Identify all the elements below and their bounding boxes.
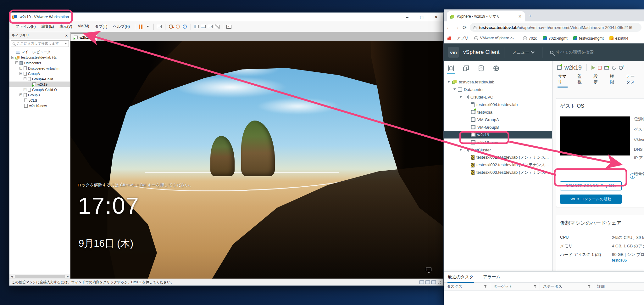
menu-t[interactable]: タブ(T) [92, 24, 110, 29]
vm-tab-close-icon[interactable]: ✕ [92, 35, 95, 39]
inventory-item-testcluster[interactable]: TestCluster [444, 146, 552, 154]
virtual-console-icon[interactable]: >_ [225, 24, 232, 30]
chevron-expanded-icon[interactable] [459, 149, 462, 151]
filter-icon[interactable] [534, 285, 536, 288]
vms-and-templates-icon[interactable] [463, 65, 469, 72]
apps-grid-icon[interactable] [447, 37, 451, 40]
expander-icon[interactable]: − [19, 72, 22, 75]
back-icon[interactable]: ← [446, 25, 451, 30]
vm-tab-w2k19[interactable]: w2k19 ✕ [71, 33, 98, 41]
revert-snapshot-icon[interactable] [175, 24, 181, 30]
hdd-device-icon[interactable] [419, 280, 424, 284]
menu-e[interactable]: 編集(E) [38, 24, 57, 29]
scroll-right-icon[interactable]: ▶ [65, 274, 70, 279]
tab-権限[interactable]: 権限 [609, 72, 616, 87]
close-button[interactable]: ✕ [429, 13, 443, 21]
inventory-item-testesxi003-testdev-lab-[interactable]: testesxi003.testdev.lab (メンテナンス... [444, 169, 552, 176]
show-library-icon[interactable] [193, 24, 200, 30]
tab-サマリ[interactable]: サマリ [558, 72, 568, 87]
new-tab-icon[interactable]: + [529, 13, 532, 19]
snapshot-icon[interactable] [619, 66, 623, 70]
launch-remote-console-button[interactable]: REMOTE CONSOLE を起動 [560, 181, 622, 190]
send-ctrl-alt-del-icon[interactable] [156, 24, 163, 30]
reload-icon[interactable]: ⟳ [463, 25, 467, 31]
tree-item-discovered-virtual-m[interactable]: +Discovered virtual m [9, 65, 70, 71]
suspend-button[interactable] [137, 24, 144, 30]
library-horizontal-scrollbar[interactable]: ◀ ▶ [9, 274, 70, 279]
inventory-item-w2k19[interactable]: w2k19 [444, 131, 552, 138]
vmware-titlebar[interactable]: w2k19 - VMware Workstation – ▢ ✕ [9, 13, 443, 21]
launch-console-icon[interactable] [604, 66, 609, 70]
expander-icon[interactable]: − [11, 56, 14, 59]
power-on-icon[interactable] [591, 65, 595, 70]
apps-label[interactable]: アプリ [457, 36, 469, 41]
networking-icon[interactable] [493, 65, 500, 72]
bookmark-esxi004[interactable]: esxi004 [609, 36, 628, 41]
expander-icon[interactable]: + [19, 67, 22, 70]
tree-item-vcls[interactable]: vCLS [9, 98, 70, 103]
tree-item-testvcsa-testdev-lab-[interactable]: −testvcsa.testdev.lab (仮 [9, 55, 70, 60]
address-bar[interactable]: testvcsa.testdev.lab/ui/app/vm;nav=h/urn… [470, 23, 641, 32]
menu-v[interactable]: 表示(V) [57, 24, 75, 29]
expander-icon[interactable]: + [24, 88, 26, 91]
show-thumbnail-bar-icon[interactable] [200, 24, 207, 30]
console-thumbnail[interactable] [560, 116, 630, 155]
tree-item--[interactable]: マイ コンピュータ [9, 49, 70, 55]
browser-tab[interactable]: vSphere - w2k19 - サマリ ✕ [447, 11, 525, 21]
maximize-button[interactable]: ▢ [414, 13, 429, 21]
inventory-item-w2k19-new[interactable]: w2k19-new [444, 138, 552, 146]
bookmark-702c-mgmt[interactable]: 702c-mgmt [543, 36, 568, 41]
datastore-link[interactable]: testds06 [612, 258, 644, 263]
inventory-item-testesxi001-testdev-lab-[interactable]: testesxi001.testdev.lab (メンテナンス... [444, 154, 552, 161]
bookmark-702c[interactable]: 702c [523, 36, 537, 41]
scroll-left-icon[interactable]: ◀ [9, 274, 14, 279]
search-dropdown-caret[interactable] [64, 43, 67, 44]
menu-f[interactable]: ファイル(F) [13, 24, 38, 29]
tree-item-w2k19[interactable]: w2k19 [9, 82, 70, 87]
expander-icon[interactable]: + [19, 93, 22, 96]
forward-icon[interactable]: → [454, 25, 459, 30]
tree-item-groupb[interactable]: +GroupB [9, 92, 70, 98]
tab-設定[interactable]: 設定 [593, 72, 600, 87]
inventory-item-vm-groupb[interactable]: VM-GroupB [444, 123, 552, 131]
power-dropdown-caret[interactable] [144, 24, 151, 30]
info-icon[interactable]: i [630, 173, 635, 179]
take-snapshot-icon[interactable]: + [168, 24, 175, 30]
minimize-button[interactable]: – [400, 13, 414, 21]
resize-grip[interactable] [437, 280, 441, 284]
tree-item-w2k19-new[interactable]: w2k19-new [9, 103, 70, 108]
bookmark-vmware-vsphere-[interactable]: VMware vSphere ヘ... [474, 36, 517, 41]
tasks-tab-最近のタスク[interactable]: 最近のタスク [447, 272, 474, 282]
inventory-item-testesxi004-testdev-lab[interactable]: testesxi004.testdev.lab [444, 101, 552, 108]
filter-icon[interactable] [588, 285, 591, 288]
inventory-item-testvcsa-testdev-lab[interactable]: testvcsa.testdev.lab [444, 78, 552, 86]
storage-icon[interactable] [478, 65, 485, 72]
hosts-and-clusters-icon[interactable] [447, 65, 454, 72]
cd-device-icon[interactable] [425, 280, 430, 284]
menu-dropdown[interactable]: メニュー [509, 49, 538, 55]
tree-item-datacenter[interactable]: −Datacenter [9, 60, 70, 65]
chevron-expanded-icon[interactable] [459, 96, 462, 98]
chevron-expanded-icon[interactable] [447, 81, 450, 83]
unity-mode-icon[interactable] [214, 24, 221, 30]
vm-console-screen[interactable]: ロックを解除するには Ctrl + Alt + Del キーを押してください。 … [70, 41, 443, 279]
snapshot-manager-icon[interactable] [181, 24, 188, 30]
bookmark-testvcsa-mgmt[interactable]: testvcsa-mgmt [573, 36, 604, 41]
network-device-icon[interactable] [431, 280, 436, 284]
tree-item-groupa[interactable]: −GroupA [9, 71, 70, 76]
migrate-icon[interactable] [612, 66, 616, 70]
inventory-item-vm-groupa[interactable]: VM-GroupA [444, 116, 552, 123]
tab-close-icon[interactable]: ✕ [518, 14, 522, 19]
expander-icon[interactable]: − [15, 61, 18, 64]
global-search-input[interactable]: すべての環境を検索 [547, 49, 594, 55]
inventory-item-clsuter-evc[interactable]: Clsuter-EVC [444, 93, 552, 101]
tasks-tab-アラーム[interactable]: アラーム [483, 272, 501, 282]
tab-監視[interactable]: 監視 [577, 72, 584, 87]
menu-vmm[interactable]: VM(M) [75, 24, 92, 29]
shutdown-icon[interactable] [598, 66, 602, 70]
library-search-input[interactable]: ここに入力して検索します [11, 40, 69, 47]
scrollbar-thumb[interactable] [15, 275, 65, 278]
inventory-item-testvcsa[interactable]: testvcsa [444, 108, 552, 116]
filter-icon[interactable] [484, 285, 487, 288]
menu-h[interactable]: ヘルプ(H) [110, 24, 133, 29]
